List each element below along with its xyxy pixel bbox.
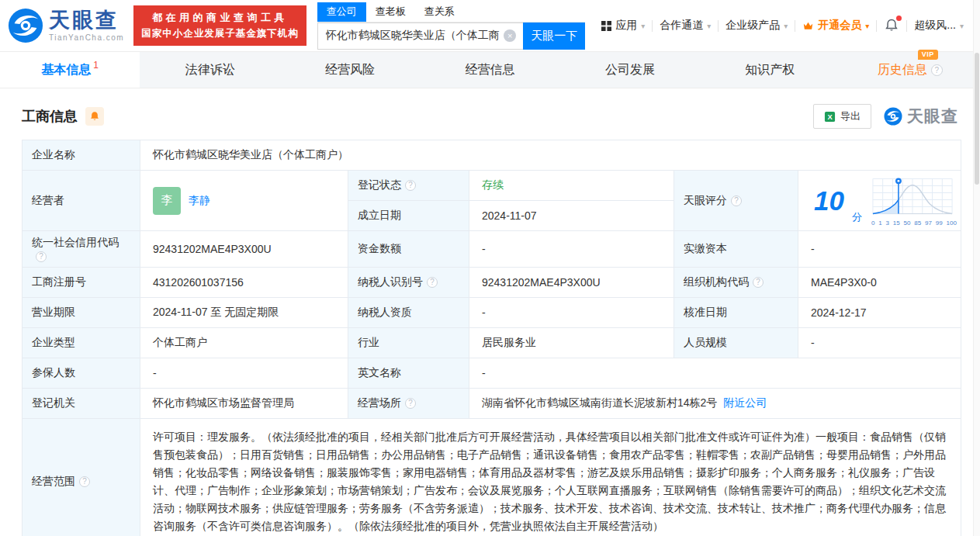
- taxpayer-id-value: 92431202MAE4P3X00U: [469, 268, 674, 298]
- subscribe-bell-button[interactable]: [85, 107, 104, 126]
- promo-line2: 国家中小企业发展子基金旗下机构: [141, 27, 299, 40]
- help-icon[interactable]: ?: [405, 180, 416, 191]
- chevron-down-icon: ▾: [865, 22, 869, 30]
- business-term-label: 营业期限: [23, 298, 140, 328]
- paid-capital-value: -: [798, 231, 961, 268]
- reg-number-value: 431202601037156: [140, 268, 348, 298]
- taxpayer-qualification-label: 纳税人资质: [348, 298, 469, 328]
- business-info-table: 企业名称 怀化市鹤城区晓华美业店（个体工商户） 经营者 李 李静 登记状态? 存…: [22, 140, 961, 536]
- nav-super-risk[interactable]: 超级风...▾: [907, 19, 971, 33]
- tab-legal-proceedings[interactable]: 法律诉讼: [140, 52, 279, 88]
- search-input-wrap: ×: [317, 22, 524, 50]
- brand-domain: TianYanCha.com: [49, 33, 124, 42]
- help-icon[interactable]: ?: [427, 277, 438, 288]
- chevron-down-icon: ▾: [960, 22, 964, 30]
- section-head: 工商信息 X 导出 天眼查: [0, 88, 980, 140]
- tab-company-development[interactable]: 公司发展: [560, 52, 700, 88]
- business-site-value: 湖南省怀化市鹤城区城南街道长泥坡新村14栋2号 附近公司: [469, 389, 961, 419]
- reg-status-label: 登记状态?: [348, 171, 469, 201]
- score-label: 天眼评分?: [674, 171, 798, 231]
- search-tab-relation[interactable]: 查关系: [415, 2, 464, 22]
- business-site-label: 经营场所?: [348, 389, 469, 419]
- staff-size-value: -: [798, 328, 961, 358]
- tab-operating-info[interactable]: 经营信息: [420, 52, 559, 88]
- search-tabs: 查公司 查老板 查关系: [317, 2, 586, 22]
- clear-icon[interactable]: ×: [504, 29, 516, 42]
- company-name-value: 怀化市鹤城区晓华美业店（个体工商户）: [140, 140, 961, 171]
- vip-badge: VIP: [918, 50, 938, 60]
- top-nav: 应用▾ 合作通道▾ 企业级产品▾ 开通会员▾ 超级风...▾: [594, 19, 971, 33]
- operator-value: 李 李静: [140, 171, 348, 231]
- tab-intellectual-property[interactable]: 知识产权: [700, 52, 840, 88]
- table-row: 企业名称 怀化市鹤城区晓华美业店（个体工商户）: [23, 140, 961, 171]
- tab-basic-info[interactable]: 基本信息1: [0, 52, 140, 88]
- company-type-value: 个体工商户: [140, 328, 348, 358]
- table-row: 经营者 李 李静 登记状态? 存续 天眼评分? 10 分: [23, 171, 961, 201]
- help-icon[interactable]: ?: [79, 476, 90, 487]
- nearby-companies-link[interactable]: 附近公司: [723, 396, 767, 410]
- insured-count-value: -: [140, 358, 348, 389]
- reg-number-label: 工商注册号: [23, 268, 140, 298]
- tianyancha-logo-icon: [8, 8, 43, 43]
- score-distribution-chart: 01 315 5085 9799 100: [870, 175, 957, 227]
- credit-code-label: 统一社会信用代码?: [23, 231, 140, 268]
- search-button[interactable]: 天眼一下: [523, 22, 585, 50]
- chevron-down-icon: ▾: [707, 22, 711, 30]
- taxpayer-id-label: 纳税人识别号?: [348, 268, 469, 298]
- capital-amount-label: 资金数额: [348, 231, 469, 268]
- business-term-value: 2024-11-07 至 无固定期限: [140, 298, 348, 328]
- promo-line1: 都在用的商业查询工具: [141, 11, 299, 25]
- staff-size-label: 人员规模: [674, 328, 798, 358]
- help-icon[interactable]: ?: [753, 277, 764, 288]
- taxpayer-qualification-value: -: [469, 298, 674, 328]
- operator-avatar[interactable]: 李: [153, 187, 181, 215]
- approval-date-value: 2024-12-17: [798, 298, 961, 328]
- nav-enterprise-products[interactable]: 企业级产品▾: [719, 19, 795, 33]
- business-scope-label: 经营范围?: [23, 419, 140, 536]
- table-row: 企业类型 个体工商户 行业 居民服务业 人员规模 -: [23, 328, 961, 358]
- table-row: 参保人数 - 英文名称 -: [23, 358, 961, 389]
- reg-authority-label: 登记机关: [23, 389, 140, 419]
- search-input[interactable]: [318, 23, 524, 49]
- paid-capital-label: 实缴资本: [674, 231, 798, 268]
- scrollbar-thumb[interactable]: [975, 53, 979, 185]
- tianyancha-logo[interactable]: 天眼查 TianYanCha.com: [8, 8, 124, 43]
- page-tabs: 基本信息1 法律诉讼 经营风险 经营信息 公司发展 知识产权 历史信息 VIP …: [0, 51, 980, 88]
- promo-banner: 都在用的商业查询工具 国家中小企业发展子基金旗下机构: [133, 5, 306, 46]
- tab-count-badge: 1: [93, 60, 99, 71]
- help-icon[interactable]: ?: [931, 64, 943, 76]
- business-scope-value: 许可项目：理发服务。（依法须经批准的项目，经相关部门批准后方可开展经营活动，具体…: [140, 419, 961, 536]
- notifications-bell[interactable]: [877, 19, 906, 33]
- svg-text:X: X: [827, 113, 833, 121]
- approval-date-label: 核准日期: [674, 298, 798, 328]
- english-name-value: -: [469, 358, 961, 389]
- chevron-down-icon: ▾: [641, 22, 645, 30]
- bell-icon: [885, 19, 899, 33]
- nav-partner-channel[interactable]: 合作通道▾: [653, 19, 718, 33]
- insured-count-label: 参保人数: [23, 358, 140, 389]
- notification-dot: [896, 16, 902, 21]
- table-row: 统一社会信用代码? 92431202MAE4P3X00U 资金数额 - 实缴资本…: [23, 231, 961, 268]
- nav-open-vip[interactable]: 开通会员▾: [795, 19, 876, 33]
- excel-icon: X: [824, 111, 836, 123]
- operator-name-link[interactable]: 李静: [189, 194, 210, 208]
- scrollbar[interactable]: [973, 0, 980, 536]
- crown-icon: [802, 20, 814, 31]
- establish-date-label: 成立日期: [348, 201, 469, 231]
- tab-history-info[interactable]: 历史信息 VIP ?: [840, 52, 980, 88]
- help-icon[interactable]: ?: [36, 251, 47, 262]
- help-icon[interactable]: ?: [731, 195, 742, 206]
- org-code-label: 组织机构代码?: [674, 268, 798, 298]
- search-tab-company[interactable]: 查公司: [317, 2, 366, 22]
- help-icon[interactable]: ?: [405, 398, 416, 409]
- search-tab-boss[interactable]: 查老板: [366, 2, 415, 22]
- watermark-text: 天眼查: [907, 105, 958, 127]
- tab-operating-risk[interactable]: 经营风险: [280, 52, 420, 88]
- section-title: 工商信息: [22, 107, 78, 126]
- top-header: 天眼查 TianYanCha.com 都在用的商业查询工具 国家中小企业发展子基…: [0, 0, 980, 51]
- reg-authority-value: 怀化市鹤城区市场监督管理局: [140, 389, 348, 419]
- nav-apps[interactable]: 应用▾: [594, 19, 652, 33]
- score-unit: 分: [852, 210, 862, 224]
- score-value[interactable]: 10 分: [798, 171, 961, 231]
- export-button[interactable]: X 导出: [813, 104, 871, 129]
